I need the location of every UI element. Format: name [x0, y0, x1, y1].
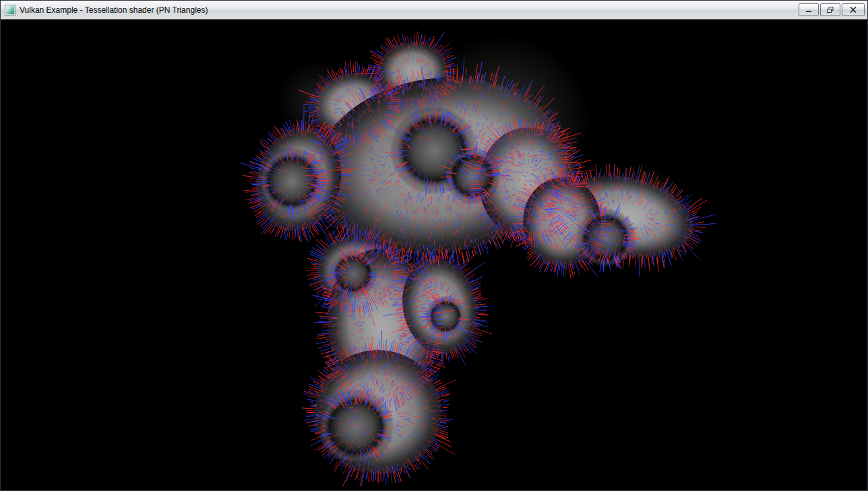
- render-viewport[interactable]: [1, 20, 867, 490]
- minimize-icon: [805, 7, 812, 13]
- window-title: Vulkan Example - Tessellation shader (PN…: [20, 5, 208, 15]
- maximize-button[interactable]: [820, 3, 840, 16]
- close-button[interactable]: [842, 3, 865, 16]
- window-controls: [797, 3, 865, 16]
- app-window: Vulkan Example - Tessellation shader (PN…: [0, 0, 868, 491]
- minimize-button[interactable]: [799, 3, 819, 16]
- title-bar[interactable]: Vulkan Example - Tessellation shader (PN…: [1, 1, 867, 20]
- close-icon: [850, 7, 857, 13]
- app-icon: [5, 5, 16, 16]
- maximize-icon: [827, 7, 834, 13]
